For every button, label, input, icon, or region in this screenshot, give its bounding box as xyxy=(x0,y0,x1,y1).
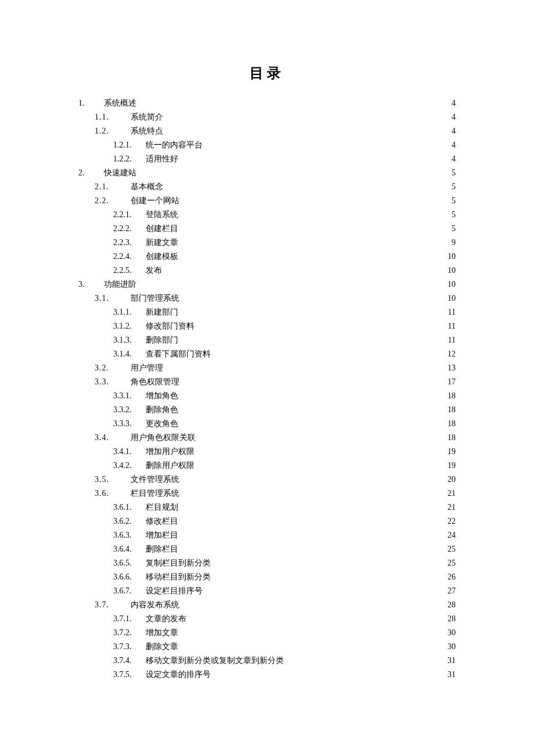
toc-entry-number: 2.2. xyxy=(95,194,124,208)
toc-entry-label: 创建栏目 xyxy=(139,222,178,236)
toc-entry-number: 2.2.5. xyxy=(113,264,139,278)
toc-entry: 2.2.创建一个网站5 xyxy=(78,194,456,208)
toc-entry-number: 3.5. xyxy=(95,473,124,487)
toc-entry-label: 增加文章 xyxy=(139,626,178,640)
toc-entry-number: 2.2.4. xyxy=(113,250,139,264)
toc-entry: 3.6.5.复制栏目到新分类25 xyxy=(78,556,456,570)
toc-entry-page: 5 xyxy=(452,222,456,236)
toc-entry-page: 4 xyxy=(452,152,456,166)
toc-entry-number: 1. xyxy=(78,96,98,110)
toc-entry-label: 删除用户权限 xyxy=(139,459,194,473)
toc-entry-number: 3.7. xyxy=(95,598,124,612)
toc-entry-number: 3.6.5. xyxy=(113,556,139,570)
toc-entry-number: 3.1. xyxy=(95,291,124,305)
toc-entry: 3.6.4.删除栏目25 xyxy=(78,542,456,556)
toc-entry: 1.2.1.统一的内容平台4 xyxy=(78,138,456,152)
toc-title: 目录 xyxy=(78,64,456,82)
toc-entry: 1.2.2.适用性好4 xyxy=(78,152,456,166)
toc-entry-number: 3.3.1. xyxy=(113,389,139,403)
toc-entry: 3.4.1.增加用户权限19 xyxy=(78,445,456,459)
toc-entry-number: 2.2.3. xyxy=(113,236,139,250)
toc-entry: 2.2.5.发布10 xyxy=(78,264,456,278)
toc-entry-number: 3.4. xyxy=(95,431,124,445)
toc-entry-number: 3.6.2. xyxy=(113,514,139,528)
toc-entry-page: 5 xyxy=(452,194,456,208)
toc-entry: 3.1.3.删除部门11 xyxy=(78,333,456,347)
toc-entry-page: 24 xyxy=(448,528,456,542)
toc-entry-page: 19 xyxy=(448,445,456,459)
toc-entry: 3.1.2.修改部门资料11 xyxy=(78,319,456,333)
toc-entry-page: 30 xyxy=(448,640,456,654)
toc-entry: 1.1.系统简介4 xyxy=(78,110,456,124)
document-page: 目录 1.系统概述41.1.系统简介41.2.系统特点41.2.1.统一的内容平… xyxy=(0,0,534,756)
toc-entry-label: 修改栏目 xyxy=(139,514,178,528)
toc-entry-page: 4 xyxy=(452,124,456,138)
toc-entry-number: 3.4.2. xyxy=(113,459,139,473)
toc-entry-label: 移动文章到新分类或复制文章到新分类 xyxy=(139,654,284,668)
toc-entry-number: 3.7.1. xyxy=(113,612,139,626)
toc-entry-label: 文件管理系统 xyxy=(124,473,179,487)
toc-entry-label: 设定栏目排序号 xyxy=(139,584,203,598)
toc-entry: 2.快速建站5 xyxy=(78,166,456,180)
toc-entry-label: 创建模板 xyxy=(139,250,178,264)
table-of-contents: 1.系统概述41.1.系统简介41.2.系统特点41.2.1.统一的内容平台41… xyxy=(78,96,456,682)
toc-entry: 3.1.1.新建部门11 xyxy=(78,305,456,319)
toc-entry-label: 登陆系统 xyxy=(139,208,178,222)
toc-entry: 3.功能进阶10 xyxy=(78,278,456,291)
toc-entry-label: 修改部门资料 xyxy=(139,319,194,333)
toc-entry: 3.7.4.移动文章到新分类或复制文章到新分类31 xyxy=(78,654,456,668)
toc-entry-number: 1.2.2. xyxy=(113,152,139,166)
toc-entry-number: 3.4.1. xyxy=(113,445,139,459)
toc-entry-page: 10 xyxy=(448,250,456,264)
toc-entry: 3.7.1.文章的发布28 xyxy=(78,612,456,626)
toc-entry-page: 22 xyxy=(448,514,456,528)
toc-entry-number: 3.3.3. xyxy=(113,417,139,431)
toc-entry: 3.4.2.删除用户权限19 xyxy=(78,459,456,473)
toc-entry-label: 设定文章的排序号 xyxy=(139,668,211,682)
toc-entry-label: 快速建站 xyxy=(98,166,136,180)
toc-entry-number: 3.2. xyxy=(95,361,124,375)
toc-entry-page: 18 xyxy=(448,403,456,417)
toc-entry-number: 3.6.1. xyxy=(113,501,139,514)
toc-entry-label: 基本概念 xyxy=(124,180,163,194)
toc-entry-number: 3.1.3. xyxy=(113,333,139,347)
toc-entry: 3.6.7.设定栏目排序号27 xyxy=(78,584,456,598)
toc-entry-number: 2.2.2. xyxy=(113,222,139,236)
toc-entry-page: 28 xyxy=(448,598,456,612)
toc-entry-page: 30 xyxy=(448,626,456,640)
toc-entry-page: 13 xyxy=(448,361,456,375)
toc-entry: 3.3.2.删除角色18 xyxy=(78,403,456,417)
toc-entry: 3.6.2.修改栏目22 xyxy=(78,514,456,528)
toc-entry-page: 21 xyxy=(448,501,456,514)
toc-entry-number: 3.6.4. xyxy=(113,542,139,556)
toc-entry-label: 系统简介 xyxy=(124,110,163,124)
toc-entry: 3.4.用户角色权限关联18 xyxy=(78,431,456,445)
toc-entry-page: 25 xyxy=(448,542,456,556)
toc-entry-label: 栏目规划 xyxy=(139,501,178,514)
toc-entry-label: 新建部门 xyxy=(139,305,178,319)
toc-entry-label: 增加用户权限 xyxy=(139,445,194,459)
toc-entry-page: 26 xyxy=(448,570,456,584)
toc-entry-page: 31 xyxy=(448,654,456,668)
toc-entry: 2.2.4.创建模板10 xyxy=(78,250,456,264)
toc-entry-number: 3. xyxy=(78,278,98,291)
toc-entry: 2.1.基本概念5 xyxy=(78,180,456,194)
toc-entry: 2.2.1.登陆系统5 xyxy=(78,208,456,222)
toc-entry-page: 18 xyxy=(448,389,456,403)
toc-entry-page: 12 xyxy=(448,347,456,361)
toc-entry: 3.7.3.删除文章30 xyxy=(78,640,456,654)
toc-entry-label: 角色权限管理 xyxy=(124,375,179,389)
toc-entry-page: 18 xyxy=(448,417,456,431)
toc-entry: 3.3.角色权限管理17 xyxy=(78,375,456,389)
toc-entry-page: 21 xyxy=(448,487,456,501)
toc-entry-page: 4 xyxy=(452,110,456,124)
toc-entry-page: 4 xyxy=(452,138,456,152)
toc-entry: 3.6.6.移动栏目到新分类26 xyxy=(78,570,456,584)
toc-entry-page: 5 xyxy=(452,208,456,222)
toc-entry: 3.6.1.栏目规划21 xyxy=(78,501,456,514)
toc-entry-page: 10 xyxy=(448,291,456,305)
toc-entry-label: 查看下属部门资料 xyxy=(139,347,211,361)
toc-entry-number: 3.6.6. xyxy=(113,570,139,584)
toc-entry-page: 10 xyxy=(448,278,456,291)
toc-entry: 3.7.内容发布系统28 xyxy=(78,598,456,612)
